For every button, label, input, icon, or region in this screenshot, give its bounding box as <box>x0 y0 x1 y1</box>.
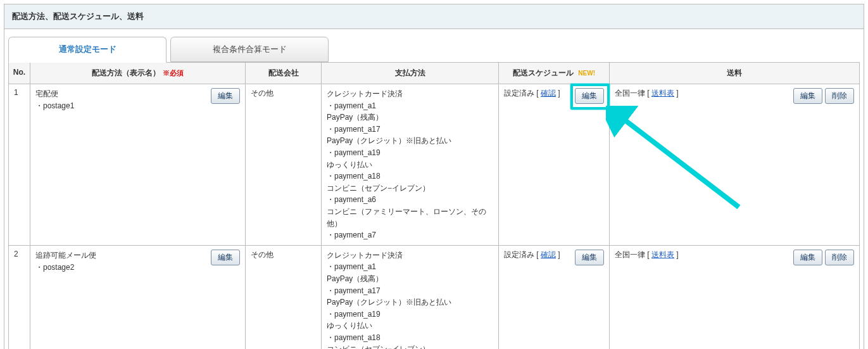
tab-composite-label: 複合条件合算モード <box>213 44 287 54</box>
payment-line: クレジットカード決済 <box>327 250 493 262</box>
edit-method-button[interactable]: 編集 <box>211 88 240 104</box>
method-name: 宅配便 <box>35 88 74 100</box>
payment-line: PayPay（クレジット）※旧あと払い <box>327 296 493 308</box>
required-mark: ※必須 <box>163 69 184 77</box>
col-no: No. <box>9 63 30 84</box>
tab-normal-label: 通常設定モード <box>59 44 116 54</box>
cell-no: 2 <box>9 245 30 349</box>
col-method: 配送方法（表示名） ※必須 <box>30 63 246 84</box>
cell-carrier: その他 <box>246 245 322 349</box>
payment-line: ・payment_a18 <box>327 332 493 344</box>
cell-no: 1 <box>9 84 30 246</box>
payment-line: クレジットカード決済 <box>327 88 493 100</box>
table-container: No. 配送方法（表示名） ※必須 配送会社 支払方法 配送スケジュール NEW… <box>8 62 860 349</box>
cell-fee: 全国一律 [ 送料表 ]編集削除 <box>610 84 860 246</box>
col-carrier: 配送会社 <box>246 63 322 84</box>
tab-composite-mode[interactable]: 複合条件合算モード <box>170 37 329 62</box>
payment-line: コンビニ（セブン−イレブン） <box>327 343 493 349</box>
edit-fee-button[interactable]: 編集 <box>793 250 822 265</box>
payment-line: ・payment_a19 <box>327 308 493 320</box>
fee-table-link[interactable]: 送料表 <box>651 89 674 98</box>
payment-line: PayPay（残高） <box>327 273 493 285</box>
payment-line: ・payment_a19 <box>327 147 493 159</box>
cell-carrier: その他 <box>246 84 322 246</box>
method-code: ・postage1 <box>35 100 74 112</box>
fee-scope: 全国一律 <box>615 250 645 259</box>
cell-schedule: 設定済み [ 確認 ]編集 <box>499 245 610 349</box>
method-name: 追跡可能メール便 <box>35 250 96 262</box>
cell-method: 宅配便・postage1編集 <box>30 84 246 246</box>
payment-line: ・payment_a6 <box>327 194 493 206</box>
panel-title: 配送方法、配送スケジュール、送料 <box>12 11 144 21</box>
cell-payment: クレジットカード決済・payment_a1PayPay（残高）・payment_… <box>322 84 499 246</box>
confirm-link[interactable]: 確認 <box>541 89 556 98</box>
payment-line: PayPay（残高） <box>327 111 493 124</box>
payment-line: ・payment_a1 <box>327 261 493 273</box>
payment-line: ・payment_a1 <box>327 100 493 112</box>
table-row: 2追跡可能メール便・postage2編集その他クレジットカード決済・paymen… <box>9 245 860 349</box>
mode-tabs: 通常設定モード 複合条件合算モード <box>8 37 864 62</box>
table-row: 1宅配便・postage1編集その他クレジットカード決済・payment_a1P… <box>9 84 860 246</box>
fee-table-link[interactable]: 送料表 <box>651 250 674 259</box>
edit-schedule-button[interactable]: 編集 <box>575 88 604 104</box>
fee-scope: 全国一律 <box>615 89 645 98</box>
cell-schedule: 設定済み [ 確認 ]編集 <box>499 84 610 246</box>
col-method-label: 配送方法（表示名） <box>92 68 160 77</box>
edit-fee-button[interactable]: 編集 <box>793 88 822 104</box>
payment-line: ゆっくり払い <box>327 159 493 171</box>
edit-method-button[interactable]: 編集 <box>211 250 240 265</box>
delivery-table: No. 配送方法（表示名） ※必須 配送会社 支払方法 配送スケジュール NEW… <box>8 62 860 349</box>
settings-panel: 配送方法、配送スケジュール、送料 通常設定モード 複合条件合算モード No. 配… <box>4 4 864 349</box>
schedule-status: 設定済み <box>504 250 534 259</box>
col-schedule: 配送スケジュール NEW! <box>499 63 610 84</box>
payment-line: コンビニ（ファミリーマート、ローソン、その他） <box>327 206 493 229</box>
payment-line: ・payment_a17 <box>327 285 493 297</box>
payment-line: コンビニ（セブン−イレブン） <box>327 182 493 194</box>
schedule-status: 設定済み <box>504 89 534 98</box>
col-fee: 送料 <box>610 63 860 84</box>
delete-fee-button[interactable]: 削除 <box>825 250 854 265</box>
payment-line: ゆっくり払い <box>327 320 493 332</box>
col-payment: 支払方法 <box>322 63 499 84</box>
payment-line: PayPay（クレジット）※旧あと払い <box>327 135 493 147</box>
payment-line: ・payment_a18 <box>327 170 493 182</box>
col-schedule-label: 配送スケジュール <box>513 68 574 77</box>
confirm-link[interactable]: 確認 <box>541 250 556 259</box>
edit-schedule-button[interactable]: 編集 <box>575 250 604 265</box>
new-badge: NEW! <box>578 70 595 77</box>
cell-method: 追跡可能メール便・postage2編集 <box>30 245 246 349</box>
payment-line: ・payment_a17 <box>327 124 493 136</box>
tab-normal-mode[interactable]: 通常設定モード <box>8 37 167 63</box>
cell-fee: 全国一律 [ 送料表 ]編集削除 <box>610 245 860 349</box>
header-row: No. 配送方法（表示名） ※必須 配送会社 支払方法 配送スケジュール NEW… <box>9 63 860 84</box>
panel-header: 配送方法、配送スケジュール、送料 <box>4 4 864 29</box>
method-code: ・postage2 <box>35 262 96 274</box>
payment-line: ・payment_a7 <box>327 229 493 241</box>
cell-payment: クレジットカード決済・payment_a1PayPay（残高）・payment_… <box>322 245 499 349</box>
delete-fee-button[interactable]: 削除 <box>825 88 854 104</box>
